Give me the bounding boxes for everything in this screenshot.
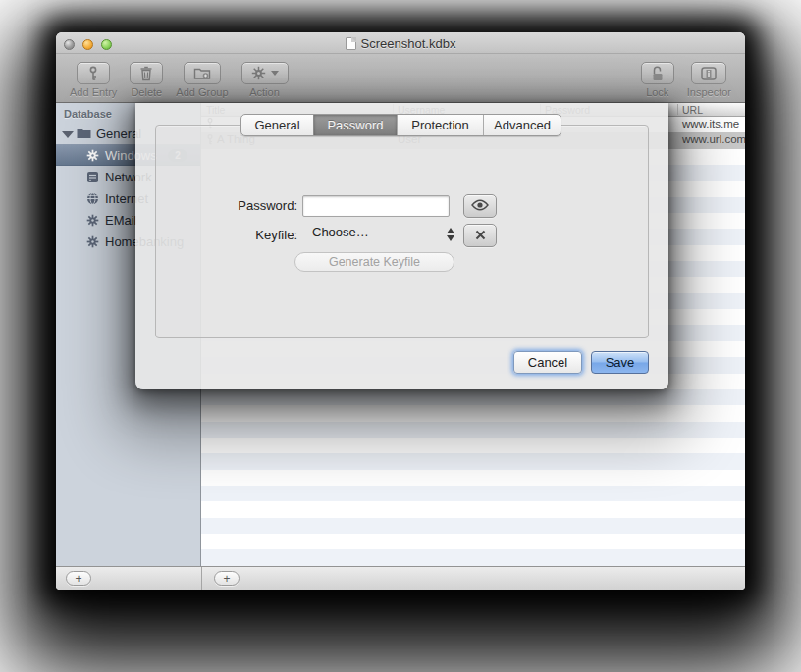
show-password-button[interactable] bbox=[463, 194, 497, 218]
title-bar[interactable]: Screenshot.kdbx bbox=[56, 32, 745, 54]
tab-general[interactable]: General bbox=[241, 115, 313, 135]
table-row[interactable] bbox=[201, 405, 745, 421]
toolbar: Add Entry Delete Add Group Action bbox=[56, 54, 745, 103]
cancel-button[interactable]: Cancel bbox=[513, 351, 582, 374]
window-title: Screenshot.kdbx bbox=[361, 36, 456, 51]
close-x-icon bbox=[475, 227, 486, 244]
settings-tabs: General Password Protection Advanced bbox=[240, 114, 561, 136]
tab-password[interactable]: Password bbox=[313, 115, 397, 135]
entry-cell: www.url.com bbox=[682, 133, 745, 145]
tab-protection[interactable]: Protection bbox=[397, 115, 483, 135]
chevron-down-icon bbox=[271, 71, 279, 76]
globe-icon bbox=[85, 191, 100, 206]
table-row[interactable] bbox=[201, 501, 745, 517]
table-row[interactable] bbox=[201, 470, 745, 486]
app-window: Screenshot.kdbx Add Entry Delete A bbox=[56, 32, 745, 590]
save-button[interactable]: Save bbox=[591, 351, 649, 374]
generate-keyfile-button: Generate Keyfile bbox=[294, 252, 454, 272]
popup-stepper-icon[interactable] bbox=[447, 228, 454, 241]
keyfile-label: Keyfile: bbox=[135, 228, 297, 242]
info-icon bbox=[701, 67, 717, 80]
add-entry-button[interactable]: Add Entry bbox=[70, 62, 117, 98]
trash-icon bbox=[139, 66, 153, 81]
table-row[interactable] bbox=[201, 438, 745, 453]
bottom-bar: + + bbox=[56, 566, 745, 590]
gear-icon bbox=[85, 148, 100, 163]
action-button[interactable]: Action bbox=[241, 62, 289, 98]
table-row[interactable] bbox=[201, 549, 745, 565]
gear-icon bbox=[85, 213, 100, 228]
add-group-plus-button[interactable]: + bbox=[66, 571, 91, 586]
folder-plus-icon bbox=[193, 66, 211, 80]
document-icon bbox=[346, 37, 356, 50]
table-row[interactable] bbox=[201, 389, 745, 405]
password-label: Password: bbox=[135, 198, 297, 213]
add-entry-plus-button[interactable]: + bbox=[214, 571, 240, 586]
table-row[interactable] bbox=[201, 534, 745, 549]
inspector-button[interactable]: Inspector bbox=[687, 62, 731, 98]
eye-icon bbox=[471, 197, 489, 215]
add-group-button[interactable]: Add Group bbox=[176, 62, 228, 98]
disclosure-triangle-icon[interactable] bbox=[62, 131, 74, 138]
table-row[interactable] bbox=[201, 518, 745, 534]
sidebar-item-label: EMail bbox=[105, 213, 137, 228]
password-input[interactable] bbox=[302, 195, 450, 217]
delete-button[interactable]: Delete bbox=[130, 62, 163, 98]
key-icon bbox=[86, 66, 100, 81]
gear-icon bbox=[251, 66, 266, 80]
network-icon bbox=[85, 170, 100, 184]
unlocked-padlock-icon bbox=[651, 66, 665, 81]
keyfile-popup[interactable]: Choose… bbox=[312, 225, 369, 239]
entry-cell: www.its.me bbox=[682, 118, 739, 129]
column-header-url[interactable]: URL bbox=[682, 104, 703, 116]
table-row[interactable] bbox=[201, 453, 745, 469]
tab-advanced[interactable]: Advanced bbox=[483, 115, 561, 135]
lock-button[interactable]: Lock bbox=[641, 62, 674, 98]
folder-icon bbox=[77, 127, 91, 141]
table-row[interactable] bbox=[201, 422, 745, 438]
database-settings-sheet: General Password Protection Advanced Pas… bbox=[135, 103, 668, 389]
clear-keyfile-button[interactable] bbox=[463, 224, 497, 247]
table-row[interactable] bbox=[201, 486, 745, 501]
gear-icon bbox=[85, 234, 100, 249]
